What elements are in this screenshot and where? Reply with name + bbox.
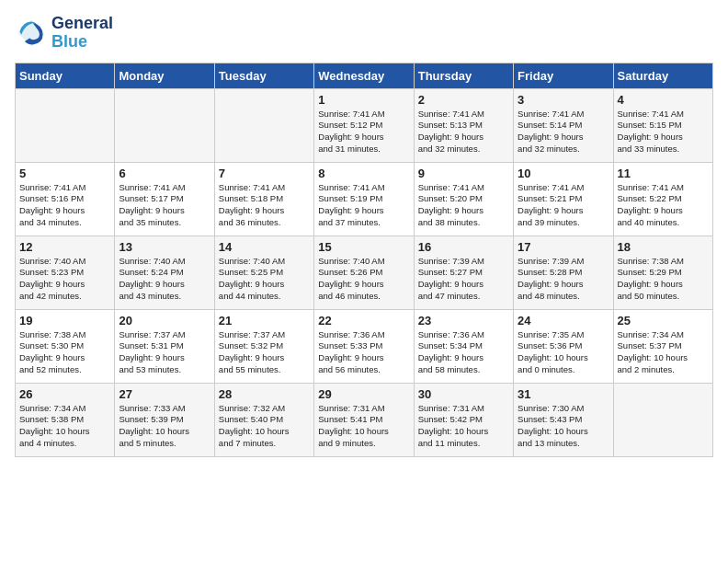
day-number: 12	[19, 240, 110, 254]
calendar-cell: 2Sunrise: 7:41 AM Sunset: 5:13 PM Daylig…	[414, 88, 513, 162]
day-number: 6	[119, 167, 210, 180]
calendar-table: SundayMondayTuesdayWednesdayThursdayFrid…	[15, 63, 713, 457]
day-number: 8	[318, 167, 409, 180]
weekday-header-saturday: Saturday	[613, 63, 712, 88]
day-number: 2	[418, 93, 509, 107]
calendar-cell: 22Sunrise: 7:36 AM Sunset: 5:33 PM Dayli…	[314, 309, 414, 383]
calendar-cell: 27Sunrise: 7:33 AM Sunset: 5:39 PM Dayli…	[115, 383, 214, 456]
calendar-cell: 30Sunrise: 7:31 AM Sunset: 5:42 PM Dayli…	[414, 383, 513, 456]
calendar-cell: 16Sunrise: 7:39 AM Sunset: 5:27 PM Dayli…	[414, 236, 513, 309]
calendar-cell: 3Sunrise: 7:41 AM Sunset: 5:14 PM Daylig…	[514, 88, 613, 162]
cell-text: Sunrise: 7:41 AM Sunset: 5:14 PM Dayligh…	[518, 109, 609, 155]
day-number: 3	[518, 93, 609, 107]
calendar-cell	[115, 88, 214, 162]
weekday-header-thursday: Thursday	[414, 63, 513, 88]
cell-text: Sunrise: 7:41 AM Sunset: 5:12 PM Dayligh…	[318, 109, 409, 155]
day-number: 18	[618, 240, 709, 254]
day-number: 11	[618, 167, 709, 180]
calendar-cell: 12Sunrise: 7:40 AM Sunset: 5:23 PM Dayli…	[16, 236, 115, 309]
day-number: 21	[219, 314, 310, 327]
day-number: 9	[418, 167, 509, 180]
weekday-header-tuesday: Tuesday	[214, 63, 313, 88]
day-number: 31	[518, 387, 609, 401]
day-number: 10	[518, 167, 609, 180]
calendar-cell: 18Sunrise: 7:38 AM Sunset: 5:29 PM Dayli…	[613, 236, 712, 309]
day-number: 30	[418, 387, 509, 401]
calendar-week-1: 1Sunrise: 7:41 AM Sunset: 5:12 PM Daylig…	[16, 88, 713, 162]
calendar-cell: 23Sunrise: 7:36 AM Sunset: 5:34 PM Dayli…	[414, 309, 513, 383]
cell-text: Sunrise: 7:39 AM Sunset: 5:28 PM Dayligh…	[518, 256, 609, 303]
cell-text: Sunrise: 7:34 AM Sunset: 5:38 PM Dayligh…	[19, 403, 110, 450]
cell-text: Sunrise: 7:39 AM Sunset: 5:27 PM Dayligh…	[418, 256, 509, 303]
cell-text: Sunrise: 7:41 AM Sunset: 5:16 PM Dayligh…	[19, 182, 110, 229]
cell-text: Sunrise: 7:35 AM Sunset: 5:36 PM Dayligh…	[518, 329, 609, 376]
calendar-cell: 11Sunrise: 7:41 AM Sunset: 5:22 PM Dayli…	[613, 162, 712, 236]
calendar-cell: 24Sunrise: 7:35 AM Sunset: 5:36 PM Dayli…	[514, 309, 613, 383]
cell-text: Sunrise: 7:41 AM Sunset: 5:20 PM Dayligh…	[418, 182, 509, 229]
day-number: 29	[318, 387, 409, 401]
calendar-cell: 9Sunrise: 7:41 AM Sunset: 5:20 PM Daylig…	[414, 162, 513, 236]
calendar-cell: 17Sunrise: 7:39 AM Sunset: 5:28 PM Dayli…	[514, 236, 613, 309]
weekday-header-wednesday: Wednesday	[314, 63, 414, 88]
cell-text: Sunrise: 7:40 AM Sunset: 5:24 PM Dayligh…	[119, 256, 210, 303]
calendar-cell: 14Sunrise: 7:40 AM Sunset: 5:25 PM Dayli…	[214, 236, 313, 309]
cell-text: Sunrise: 7:38 AM Sunset: 5:29 PM Dayligh…	[618, 256, 709, 303]
calendar-cell: 28Sunrise: 7:32 AM Sunset: 5:40 PM Dayli…	[214, 383, 313, 456]
cell-text: Sunrise: 7:38 AM Sunset: 5:30 PM Dayligh…	[19, 329, 110, 376]
day-number: 15	[318, 240, 409, 254]
weekday-header-sunday: Sunday	[16, 63, 115, 88]
cell-text: Sunrise: 7:34 AM Sunset: 5:37 PM Dayligh…	[618, 329, 709, 376]
day-number: 1	[318, 93, 409, 107]
calendar-week-3: 12Sunrise: 7:40 AM Sunset: 5:23 PM Dayli…	[16, 236, 713, 309]
day-number: 24	[518, 314, 609, 327]
cell-text: Sunrise: 7:41 AM Sunset: 5:13 PM Dayligh…	[418, 109, 509, 155]
cell-text: Sunrise: 7:40 AM Sunset: 5:25 PM Dayligh…	[219, 256, 310, 303]
page-header: General Blue	[15, 15, 713, 52]
cell-text: Sunrise: 7:40 AM Sunset: 5:26 PM Dayligh…	[318, 256, 409, 303]
calendar-cell: 5Sunrise: 7:41 AM Sunset: 5:16 PM Daylig…	[16, 162, 115, 236]
calendar-cell: 4Sunrise: 7:41 AM Sunset: 5:15 PM Daylig…	[613, 88, 712, 162]
calendar-cell: 1Sunrise: 7:41 AM Sunset: 5:12 PM Daylig…	[314, 88, 414, 162]
calendar-cell: 25Sunrise: 7:34 AM Sunset: 5:37 PM Dayli…	[613, 309, 712, 383]
day-number: 4	[618, 93, 709, 107]
day-number: 19	[19, 314, 110, 327]
calendar-cell: 29Sunrise: 7:31 AM Sunset: 5:41 PM Dayli…	[314, 383, 414, 456]
cell-text: Sunrise: 7:30 AM Sunset: 5:43 PM Dayligh…	[518, 403, 609, 450]
calendar-cell	[214, 88, 313, 162]
calendar-cell: 31Sunrise: 7:30 AM Sunset: 5:43 PM Dayli…	[514, 383, 613, 456]
calendar-cell: 13Sunrise: 7:40 AM Sunset: 5:24 PM Dayli…	[115, 236, 214, 309]
day-number: 26	[19, 387, 110, 401]
day-number: 13	[119, 240, 210, 254]
calendar-week-4: 19Sunrise: 7:38 AM Sunset: 5:30 PM Dayli…	[16, 309, 713, 383]
weekday-header-monday: Monday	[115, 63, 214, 88]
day-number: 20	[119, 314, 210, 327]
cell-text: Sunrise: 7:41 AM Sunset: 5:15 PM Dayligh…	[618, 109, 709, 155]
day-number: 16	[418, 240, 509, 254]
calendar-cell: 10Sunrise: 7:41 AM Sunset: 5:21 PM Dayli…	[514, 162, 613, 236]
cell-text: Sunrise: 7:33 AM Sunset: 5:39 PM Dayligh…	[119, 403, 210, 450]
weekday-header-friday: Friday	[514, 63, 613, 88]
logo-icon	[15, 17, 48, 50]
calendar-week-2: 5Sunrise: 7:41 AM Sunset: 5:16 PM Daylig…	[16, 162, 713, 236]
day-number: 17	[518, 240, 609, 254]
calendar-cell: 15Sunrise: 7:40 AM Sunset: 5:26 PM Dayli…	[314, 236, 414, 309]
calendar-cell: 19Sunrise: 7:38 AM Sunset: 5:30 PM Dayli…	[16, 309, 115, 383]
calendar-cell	[613, 383, 712, 456]
day-number: 27	[119, 387, 210, 401]
cell-text: Sunrise: 7:40 AM Sunset: 5:23 PM Dayligh…	[19, 256, 110, 303]
day-number: 7	[219, 167, 310, 180]
calendar-cell: 8Sunrise: 7:41 AM Sunset: 5:19 PM Daylig…	[314, 162, 414, 236]
cell-text: Sunrise: 7:41 AM Sunset: 5:17 PM Dayligh…	[119, 182, 210, 229]
cell-text: Sunrise: 7:37 AM Sunset: 5:32 PM Dayligh…	[219, 329, 310, 376]
calendar-week-5: 26Sunrise: 7:34 AM Sunset: 5:38 PM Dayli…	[16, 383, 713, 456]
cell-text: Sunrise: 7:41 AM Sunset: 5:18 PM Dayligh…	[219, 182, 310, 229]
logo-text: General Blue	[51, 15, 113, 52]
cell-text: Sunrise: 7:31 AM Sunset: 5:42 PM Dayligh…	[418, 403, 509, 450]
cell-text: Sunrise: 7:41 AM Sunset: 5:22 PM Dayligh…	[618, 182, 709, 229]
cell-text: Sunrise: 7:31 AM Sunset: 5:41 PM Dayligh…	[318, 403, 409, 450]
cell-text: Sunrise: 7:41 AM Sunset: 5:19 PM Dayligh…	[318, 182, 409, 229]
cell-text: Sunrise: 7:36 AM Sunset: 5:34 PM Dayligh…	[418, 329, 509, 376]
calendar-cell: 6Sunrise: 7:41 AM Sunset: 5:17 PM Daylig…	[115, 162, 214, 236]
day-number: 23	[418, 314, 509, 327]
day-number: 14	[219, 240, 310, 254]
